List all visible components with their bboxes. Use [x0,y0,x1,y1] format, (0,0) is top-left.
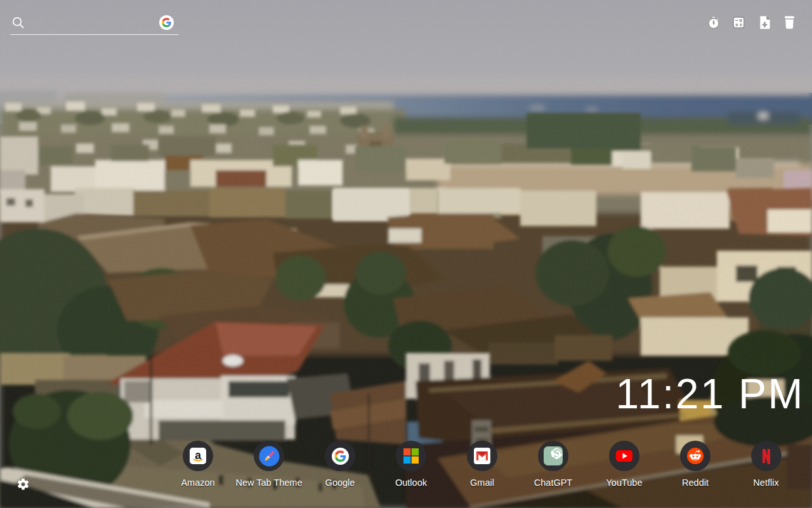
svg-text:a: a [195,449,201,462]
